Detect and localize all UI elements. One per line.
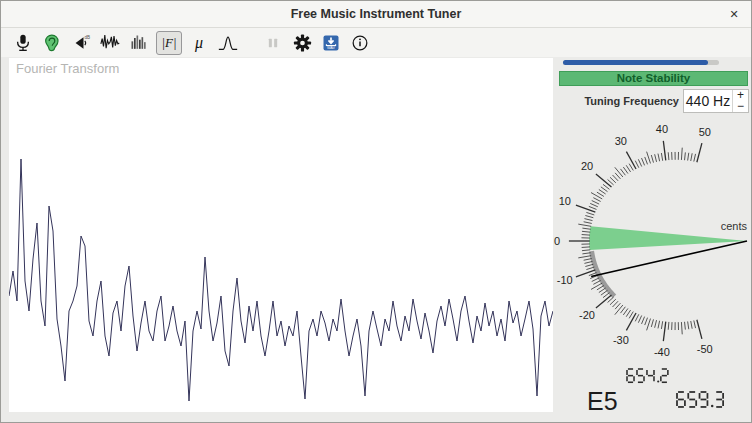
waveform-view-button[interactable] [98,31,122,55]
tuner-panel: Note Stability Tuning Frequency 440 Hz +… [553,58,752,423]
decrement-button[interactable]: − [733,101,748,112]
fourier-transform-button[interactable]: |F| [156,31,182,55]
svg-text:cents: cents [721,220,748,232]
app-window: Free Music Instrument Tuner ✕ dB [0,0,752,423]
tuning-frequency-spinbox[interactable]: 440 Hz + − [683,89,749,113]
note-stability-banner: Note Stability [559,71,748,86]
close-button[interactable]: ✕ [723,1,745,27]
gaussian-curve-icon [217,32,239,54]
plot-title: Fourier Transform [16,61,119,76]
db-badge: dB [84,35,90,40]
settings-button[interactable] [290,31,314,55]
pause-icon [263,32,283,54]
microphone-icon [13,32,33,54]
mu-icon: μ [195,34,203,52]
fourier-transform-icon: |F| [161,35,176,51]
cents-gauge: -50-40-30-20-1001020304050cents [553,108,752,368]
save-button[interactable]: WAV [319,31,343,55]
microphone-button[interactable] [11,31,35,55]
svg-text:-10: -10 [557,274,573,286]
svg-text:-50: -50 [697,343,713,355]
save-icon: WAV [321,32,341,54]
window-title: Free Music Instrument Tuner [1,1,751,27]
spectrum-view-button[interactable] [127,31,151,55]
frequency-display [627,369,687,384]
svg-text:0: 0 [554,235,560,247]
tuning-frequency-label: Tuning Frequency [584,95,679,107]
svg-text:10: 10 [559,195,571,207]
listen-button[interactable] [40,31,64,55]
info-icon [350,32,370,54]
volume-button[interactable]: dB [69,31,93,55]
toolbar: dB |F| μ [1,28,751,57]
note-name-display: E5 [587,387,618,416]
ear-icon [42,32,62,54]
fourier-plot: Fourier Transform [9,58,553,412]
svg-text:50: 50 [699,126,711,138]
info-button[interactable] [348,31,372,55]
svg-text:-40: -40 [654,346,670,358]
stability-progress-bar [563,60,719,65]
svg-text:-20: -20 [579,309,595,321]
svg-text:20: 20 [581,160,593,172]
secondary-frequency-display [677,392,737,408]
gaussian-button[interactable] [216,31,240,55]
speaker-db-icon: dB [71,32,91,54]
spinner-buttons: + − [732,90,748,112]
mu-button[interactable]: μ [187,31,211,55]
svg-text:-30: -30 [613,334,629,346]
svg-text:30: 30 [615,135,627,147]
spectrum-trace [9,58,553,412]
stability-progress-fill [563,60,708,65]
pause-button[interactable] [261,31,285,55]
spectrum-bars-icon [129,32,149,54]
save-badge: WAV [327,46,336,50]
svg-text:40: 40 [656,123,668,135]
titlebar: Free Music Instrument Tuner ✕ [1,1,751,28]
waveform-icon [100,32,121,54]
tuning-frequency-value[interactable]: 440 Hz [684,90,732,112]
gear-icon [292,32,313,54]
